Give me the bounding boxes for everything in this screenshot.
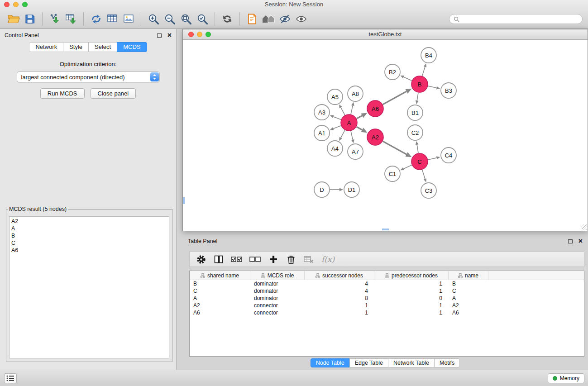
close-table-panel-icon[interactable]: ×: [578, 238, 583, 245]
add-column-button[interactable]: [268, 253, 279, 265]
mcds-result-item[interactable]: A2: [11, 218, 167, 225]
network-edge-B-B2[interactable]: [400, 76, 411, 81]
close-window-button[interactable]: [4, 2, 10, 7]
float-table-panel-icon[interactable]: [568, 239, 573, 243]
horizontal-scroll-thumb[interactable]: [382, 229, 389, 230]
minimize-network-window-button[interactable]: [197, 32, 202, 37]
network-edge-A-A4[interactable]: [339, 130, 345, 141]
mcds-result-item[interactable]: A: [11, 225, 167, 232]
network-node-D[interactable]: D: [314, 182, 330, 197]
network-node-A3[interactable]: A3: [314, 105, 330, 120]
export-image-button[interactable]: [120, 11, 137, 27]
network-node-B2[interactable]: B2: [385, 64, 400, 80]
network-node-C1[interactable]: C1: [385, 166, 400, 181]
network-edge-A-A5[interactable]: [339, 105, 345, 115]
network-edge-A-A3[interactable]: [330, 115, 341, 119]
network-node-B[interactable]: B: [411, 76, 428, 92]
network-node-A1[interactable]: A1: [314, 125, 330, 141]
network-edge-C-C4[interactable]: [428, 156, 440, 159]
close-panel-icon[interactable]: ×: [167, 32, 172, 39]
maximize-window-button[interactable]: [22, 2, 28, 7]
import-network-button[interactable]: [47, 11, 63, 27]
network-edge-B-B4[interactable]: [422, 63, 427, 76]
network-canvas[interactable]: B4B2BB3A8A5A6A3B1AA1C2A2A4A7C4CC1C3DD1: [183, 40, 588, 230]
network-edge-A-A2[interactable]: [357, 127, 368, 133]
close-network-window-button[interactable]: [188, 32, 194, 37]
network-node-A8[interactable]: A8: [348, 86, 363, 101]
column-header-MCDS-role[interactable]: MCDS role: [250, 271, 305, 280]
mcds-result-item[interactable]: C: [11, 239, 167, 247]
mcds-result-item[interactable]: B: [11, 232, 167, 239]
show-columns-button[interactable]: [213, 253, 224, 265]
column-header-predecessor-nodes[interactable]: predecessor nodes: [374, 271, 449, 280]
export-network-button[interactable]: [88, 11, 104, 27]
task-history-button[interactable]: [4, 373, 17, 383]
mcds-result-list[interactable]: A2ABCA6: [9, 216, 169, 358]
table-row[interactable]: Bdominator41B: [190, 280, 584, 287]
zoom-fit-button[interactable]: [178, 11, 194, 27]
table-row[interactable]: Adominator80A: [190, 295, 584, 302]
refresh-button[interactable]: [219, 11, 235, 27]
table-row[interactable]: A6connector11A6: [190, 309, 584, 316]
save-session-button[interactable]: [22, 11, 38, 27]
graphics-details-button[interactable]: [277, 11, 293, 27]
column-header-shared-name[interactable]: shared name: [190, 271, 250, 280]
float-panel-icon[interactable]: [157, 33, 162, 38]
network-node-A6[interactable]: A6: [367, 100, 383, 117]
network-node-A7[interactable]: A7: [348, 144, 363, 159]
network-edge-A-A8[interactable]: [351, 102, 354, 114]
network-edge-A6-B[interactable]: [383, 89, 412, 105]
network-graph[interactable]: B4B2BB3A8A5A6A3B1AA1C2A2A4A7C4CC1C3DD1: [183, 40, 588, 230]
search-input[interactable]: [462, 16, 578, 22]
delete-column-button[interactable]: [286, 253, 296, 265]
table-tab-edge-table[interactable]: Edge Table: [349, 358, 388, 367]
network-node-C3[interactable]: C3: [421, 183, 436, 198]
network-node-C[interactable]: C: [411, 153, 428, 170]
vertical-scroll-thumb[interactable]: [183, 197, 185, 204]
network-node-A2[interactable]: A2: [367, 129, 383, 145]
network-node-C4[interactable]: C4: [441, 148, 456, 163]
table-row[interactable]: Cdominator41C: [190, 287, 584, 295]
table-tab-motifs[interactable]: Motifs: [434, 358, 460, 367]
network-node-A[interactable]: A: [341, 114, 357, 131]
network-edge-B-B3[interactable]: [428, 86, 440, 89]
network-edge-C-C3[interactable]: [422, 170, 427, 182]
optimization-criterion-dropdown[interactable]: largest connected component (directed): [17, 71, 160, 82]
minimize-window-button[interactable]: [13, 2, 19, 7]
network-edge-C-C2[interactable]: [416, 141, 419, 153]
column-header-name[interactable]: name: [449, 271, 488, 280]
memory-indicator[interactable]: Memory: [548, 373, 584, 383]
unselect-all-button[interactable]: [249, 253, 261, 265]
function-builder-button[interactable]: f(x): [321, 253, 335, 265]
show-graphics-button[interactable]: [293, 11, 309, 27]
import-table-button[interactable]: [63, 11, 79, 27]
open-session-button[interactable]: [5, 11, 22, 27]
network-edge-B-B1[interactable]: [416, 93, 419, 104]
document-button[interactable]: [244, 11, 260, 27]
overview-button[interactable]: [260, 11, 277, 27]
table-settings-button[interactable]: [196, 253, 206, 265]
table-tab-network-table[interactable]: Network Table: [388, 358, 435, 367]
maximize-network-window-button[interactable]: [206, 32, 211, 37]
zoom-in-button[interactable]: [145, 11, 162, 27]
table-row[interactable]: A2connector11A2: [190, 302, 584, 309]
network-node-A4[interactable]: A4: [327, 141, 343, 156]
export-table-button[interactable]: [104, 11, 120, 27]
control-panel-tab-select[interactable]: Select: [88, 42, 117, 52]
network-node-C2[interactable]: C2: [407, 125, 423, 140]
run-mcds-button[interactable]: Run MCDS: [40, 88, 85, 99]
network-edge-C-C1[interactable]: [400, 165, 411, 170]
control-panel-tab-network[interactable]: Network: [29, 42, 63, 52]
control-panel-tab-style[interactable]: Style: [63, 42, 89, 52]
select-all-button[interactable]: [231, 253, 243, 265]
network-node-D1[interactable]: D1: [344, 182, 359, 197]
close-panel-button[interactable]: Close panel: [91, 88, 136, 99]
network-edge-A-A7[interactable]: [351, 131, 354, 143]
zoom-selected-button[interactable]: [194, 11, 210, 27]
network-node-B1[interactable]: B1: [407, 105, 423, 120]
network-node-B4[interactable]: B4: [421, 48, 436, 63]
network-node-A5[interactable]: A5: [327, 89, 343, 105]
network-edge-A2-C[interactable]: [383, 141, 412, 157]
delete-table-button[interactable]: [303, 253, 315, 265]
mcds-result-item[interactable]: A6: [11, 247, 167, 254]
